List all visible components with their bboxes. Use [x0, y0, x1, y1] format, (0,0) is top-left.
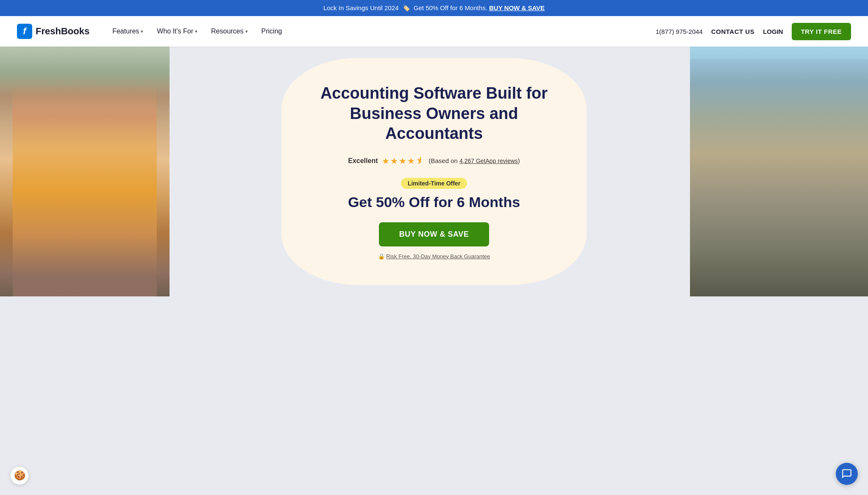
nav-label-pricing: Pricing [262, 28, 282, 35]
rating-reviews: (Based on 4,267 GetApp reviews) [428, 157, 520, 164]
logo-link[interactable]: f FreshBooks [17, 24, 89, 39]
hero-section: Accounting Software Built for Business O… [0, 47, 868, 296]
buy-now-button[interactable]: BUY NOW & SAVE [379, 222, 489, 246]
phone-link[interactable]: 1(877) 975-2044 [656, 28, 703, 35]
star-rating: ★ ★ ★ ★ ⯨ [382, 156, 424, 166]
banner-text: Lock In Savings Until 2024 [323, 4, 399, 11]
banner-emoji: 🏷️ [402, 4, 410, 11]
logo-name: FreshBooks [36, 26, 89, 37]
nav-item-features[interactable]: Features ▾ [106, 24, 149, 39]
guarantee-link[interactable]: Risk Free. 30-Day Money Back Guarantee [386, 253, 490, 260]
limited-offer-badge: Limited-Time Offer [401, 178, 467, 189]
hero-title: Accounting Software Built for Business O… [311, 83, 557, 144]
chevron-down-icon: ▾ [245, 29, 248, 34]
hero-photo-left [0, 47, 170, 296]
chevron-down-icon: ▾ [195, 29, 198, 34]
star-3: ★ [399, 156, 406, 166]
nav-item-who-its-for[interactable]: Who It's For ▾ [151, 24, 203, 39]
contact-us-link[interactable]: CONTACT US [711, 28, 754, 35]
hero-card: Accounting Software Built for Business O… [281, 58, 587, 285]
lock-icon: 🔒 [378, 253, 385, 260]
chevron-down-icon: ▾ [141, 29, 143, 34]
rating-row: Excellent ★ ★ ★ ★ ⯨ (Based on 4,267 GetA… [348, 156, 520, 166]
nav-label-resources: Resources [211, 28, 243, 35]
star-1: ★ [382, 156, 389, 166]
guarantee-text: 🔒 Risk Free. 30-Day Money Back Guarantee [378, 253, 490, 260]
bottom-bar [0, 296, 868, 351]
star-half: ⯨ [416, 156, 424, 166]
header: f FreshBooks Features ▾ Who It's For ▾ R… [0, 16, 868, 47]
star-4: ★ [407, 156, 415, 166]
try-free-button[interactable]: TRY IT FREE [792, 23, 851, 40]
nav-label-features: Features [112, 28, 139, 35]
top-banner: Lock In Savings Until 2024 🏷️ Get 50% Of… [0, 0, 868, 16]
rating-label: Excellent [348, 157, 378, 165]
banner-offer: Get 50% Off for 6 Months. [414, 4, 487, 11]
hero-offer-text: Get 50% Off for 6 Months [348, 194, 520, 210]
nav-item-pricing[interactable]: Pricing [256, 24, 288, 39]
reviews-link[interactable]: 4,267 GetApp reviews [459, 158, 518, 164]
main-nav: Features ▾ Who It's For ▾ Resources ▾ Pr… [106, 24, 656, 39]
login-link[interactable]: LOGIN [763, 28, 783, 35]
nav-label-who: Who It's For [157, 28, 193, 35]
nav-item-resources[interactable]: Resources ▾ [205, 24, 253, 39]
header-right: 1(877) 975-2044 CONTACT US LOGIN TRY IT … [656, 23, 851, 40]
banner-cta-link[interactable]: BUY NOW & SAVE [489, 4, 545, 11]
star-2: ★ [390, 156, 398, 166]
logo-icon: f [17, 24, 32, 39]
logo-letter: f [23, 26, 26, 37]
hero-photo-right [690, 47, 868, 296]
